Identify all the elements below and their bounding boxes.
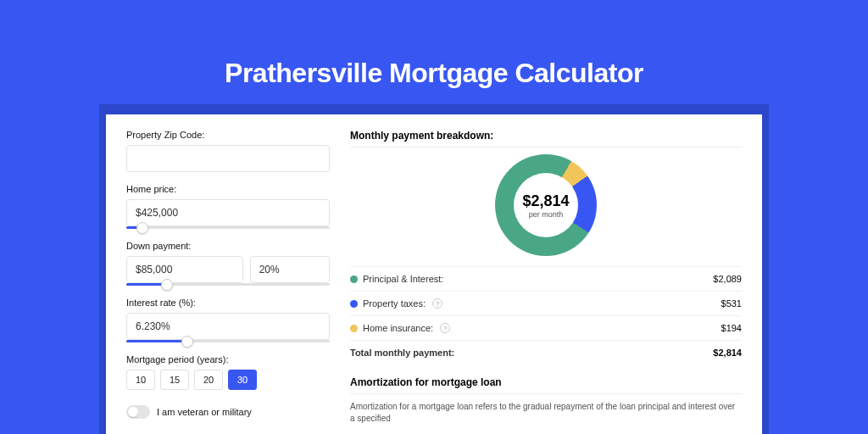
- amort-section: Amortization for mortgage loan Amortizat…: [350, 376, 742, 425]
- legend-left: Principal & Interest:: [350, 274, 443, 284]
- rate-field: Interest rate (%):: [126, 298, 330, 342]
- form-column: Property Zip Code: Home price: Down paym…: [126, 130, 330, 434]
- help-icon[interactable]: ?: [440, 323, 450, 333]
- breakdown-title: Monthly payment breakdown:: [350, 130, 742, 142]
- breakdown-divider: [350, 147, 742, 147]
- calculator-card: Property Zip Code: Home price: Down paym…: [106, 114, 762, 434]
- zip-input[interactable]: [126, 145, 330, 172]
- donut-sub: per month: [529, 210, 564, 219]
- amort-divider: [350, 393, 742, 394]
- rate-slider[interactable]: [126, 340, 330, 342]
- period-btn-15[interactable]: 15: [160, 370, 189, 390]
- legend-row: Property taxes:?$531: [350, 291, 742, 315]
- legend-total-label: Total monthly payment:: [350, 348, 454, 358]
- donut-wrap: $2,814 per month: [350, 154, 742, 256]
- veteran-row: I am veteran or military: [126, 405, 330, 419]
- card-shadow: Property Zip Code: Home price: Down paym…: [99, 104, 769, 434]
- legend-total-value: $2,814: [713, 348, 742, 358]
- period-label: Mortgage period (years):: [126, 354, 330, 364]
- down-pct-input[interactable]: [250, 256, 330, 283]
- legend-label: Property taxes:: [363, 298, 426, 309]
- period-btn-10[interactable]: 10: [126, 370, 155, 390]
- period-field: Mortgage period (years): 10152030: [126, 354, 330, 390]
- donut-amount: $2,814: [522, 192, 569, 210]
- donut-center: $2,814 per month: [514, 173, 578, 237]
- veteran-label: I am veteran or military: [157, 407, 252, 417]
- legend-dot: [350, 325, 358, 332]
- donut-chart: $2,814 per month: [495, 154, 597, 256]
- legend-total-row: Total monthly payment:$2,814: [350, 340, 742, 364]
- down-label: Down payment:: [126, 241, 330, 251]
- down-amount-input[interactable]: [126, 256, 243, 283]
- legend-left: Home insurance:?: [350, 323, 450, 333]
- price-field: Home price:: [126, 184, 330, 229]
- zip-label: Property Zip Code:: [126, 130, 330, 140]
- price-slider[interactable]: [126, 226, 330, 229]
- legend-row: Home insurance:?$194: [350, 315, 742, 340]
- legend-label: Principal & Interest:: [363, 274, 443, 284]
- down-slider-thumb[interactable]: [161, 279, 173, 291]
- down-slider[interactable]: [126, 283, 330, 286]
- legend-row: Principal & Interest:$2,089: [350, 266, 742, 291]
- legend: Principal & Interest:$2,089Property taxe…: [350, 266, 742, 364]
- price-slider-thumb[interactable]: [136, 222, 148, 234]
- legend-value: $531: [721, 298, 742, 309]
- legend-dot: [350, 300, 358, 308]
- legend-left: Property taxes:?: [350, 298, 442, 309]
- period-buttons: 10152030: [126, 370, 330, 390]
- toggle-knob: [128, 407, 138, 417]
- price-input[interactable]: [126, 199, 330, 226]
- rate-slider-thumb[interactable]: [181, 336, 193, 348]
- help-icon[interactable]: ?: [432, 298, 442, 309]
- price-label: Home price:: [126, 184, 330, 194]
- period-btn-20[interactable]: 20: [194, 370, 223, 390]
- legend-value: $2,089: [713, 274, 742, 284]
- rate-input[interactable]: [126, 313, 330, 340]
- amort-title: Amortization for mortgage loan: [350, 376, 742, 388]
- legend-value: $194: [721, 323, 742, 333]
- legend-dot: [350, 275, 358, 283]
- zip-field: Property Zip Code:: [126, 130, 330, 172]
- rate-label: Interest rate (%):: [126, 298, 330, 308]
- period-btn-30[interactable]: 30: [228, 370, 257, 390]
- down-field: Down payment:: [126, 241, 330, 286]
- veteran-toggle[interactable]: [126, 405, 150, 419]
- page-title: Prathersville Mortgage Calculator: [0, 0, 868, 104]
- legend-label: Home insurance:: [363, 323, 433, 333]
- breakdown-column: Monthly payment breakdown: $2,814 per mo…: [350, 130, 742, 434]
- amort-text: Amortization for a mortgage loan refers …: [350, 401, 742, 425]
